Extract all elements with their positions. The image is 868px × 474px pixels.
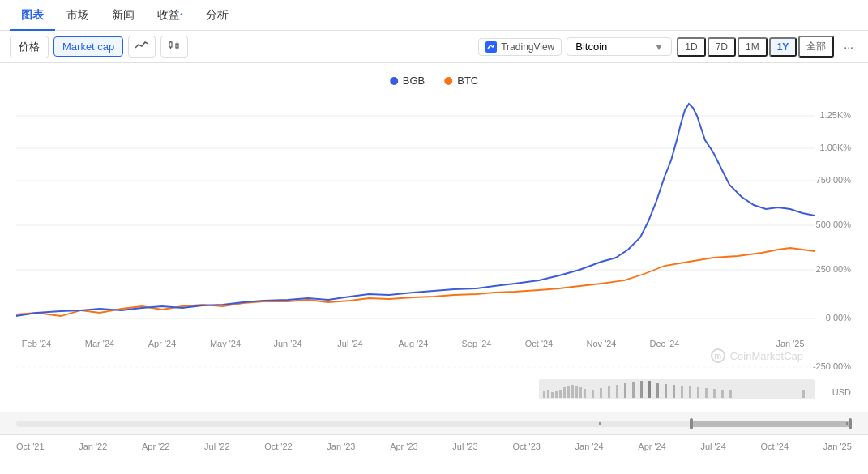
time-selector: 1D 7D 1M 1Y 全部	[677, 36, 834, 58]
svg-rect-53	[656, 383, 659, 398]
svg-text:Sep '24: Sep '24	[462, 339, 492, 348]
svg-rect-36	[551, 392, 554, 398]
svg-rect-0	[169, 42, 172, 47]
bottom-timeline: Oct '21 Jan '22 Apr '22 Jul '22 Oct '22 …	[0, 434, 868, 457]
time-all[interactable]: 全部	[798, 36, 834, 58]
scroll-track[interactable]	[16, 421, 852, 427]
svg-text:Jan '25: Jan '25	[776, 339, 804, 348]
svg-text:1.25K%: 1.25K%	[819, 110, 851, 120]
svg-text:Jul '24: Jul '24	[337, 339, 362, 348]
svg-rect-3	[176, 44, 178, 48]
line-chart-button[interactable]	[128, 36, 156, 58]
timeline-label-apr24: Apr '24	[638, 442, 666, 451]
coin-selector[interactable]: Bitcoin ▼	[567, 37, 672, 56]
svg-rect-63	[802, 390, 805, 398]
svg-rect-41	[571, 385, 574, 398]
svg-rect-48	[616, 385, 618, 398]
tradingview-icon	[485, 41, 497, 53]
nav-tab-chart[interactable]: 图表	[10, 0, 55, 31]
chart-area: BGB BTC 1.25K% 1.00K% 750.00% 500.00% 25…	[0, 63, 868, 412]
timeline-label-jan24: Jan '24	[575, 442, 604, 451]
tradingview-label: TradingView	[501, 41, 554, 53]
svg-text:Feb '24: Feb '24	[22, 339, 51, 348]
svg-rect-39	[563, 387, 566, 398]
svg-rect-52	[648, 381, 651, 398]
timeline-label-jul23: Jul '23	[452, 442, 477, 451]
svg-rect-51	[640, 381, 643, 398]
svg-rect-55	[673, 385, 675, 398]
svg-rect-60	[713, 389, 716, 398]
svg-text:1.00K%: 1.00K%	[819, 143, 851, 152]
svg-rect-45	[592, 390, 594, 398]
price-button[interactable]: 价格	[10, 36, 49, 58]
timeline-label-apr23: Apr '23	[390, 442, 418, 451]
tradingview-badge: TradingView	[478, 38, 562, 56]
svg-rect-38	[559, 390, 562, 398]
earnings-superscript: *	[180, 11, 183, 19]
svg-rect-54	[665, 384, 667, 398]
svg-rect-56	[681, 386, 683, 398]
time-7d[interactable]: 7D	[708, 37, 736, 57]
btc-line	[16, 248, 815, 316]
svg-rect-42	[575, 386, 578, 398]
watermark: m CoinMarketCap	[711, 348, 803, 363]
time-1y[interactable]: 1Y	[769, 37, 797, 57]
svg-text:-250.00%: -250.00%	[813, 361, 851, 371]
coin-label: Bitcoin	[575, 41, 607, 53]
nav-tab-market[interactable]: 市场	[55, 0, 100, 31]
svg-rect-59	[705, 388, 708, 398]
candle-chart-button[interactable]	[160, 36, 188, 58]
svg-rect-46	[600, 388, 602, 398]
svg-text:Oct '24: Oct '24	[525, 339, 554, 348]
svg-rect-44	[584, 389, 586, 398]
dropdown-arrow: ▼	[654, 42, 663, 52]
time-1m[interactable]: 1M	[738, 37, 768, 57]
svg-rect-47	[608, 386, 610, 398]
watermark-text: CoinMarketCap	[730, 350, 803, 362]
marketcap-button[interactable]: Market cap	[53, 36, 123, 57]
svg-text:May '24: May '24	[210, 339, 241, 348]
svg-rect-57	[689, 386, 691, 398]
watermark-icon: m	[711, 348, 725, 363]
svg-text:Mar '24: Mar '24	[85, 339, 114, 348]
nav-tab-earnings[interactable]: 收益*	[146, 0, 195, 31]
svg-rect-35	[547, 390, 549, 398]
timeline-label-oct24: Oct '24	[761, 442, 789, 451]
top-navigation: 图表 市场 新闻 收益* 分析	[0, 0, 868, 31]
timeline-label-jul24: Jul '24	[700, 442, 725, 451]
svg-text:750.00%: 750.00%	[816, 175, 852, 185]
svg-text:USD: USD	[832, 387, 851, 397]
svg-text:0.00%: 0.00%	[826, 313, 851, 322]
svg-rect-58	[697, 387, 699, 398]
svg-text:Apr '24: Apr '24	[148, 339, 177, 348]
svg-rect-62	[729, 390, 732, 398]
scroll-area[interactable]	[0, 412, 868, 434]
bgb-line	[16, 104, 815, 316]
svg-rect-43	[579, 387, 582, 398]
more-button[interactable]: ···	[839, 38, 858, 56]
svg-rect-40	[567, 386, 570, 398]
svg-text:Dec '24: Dec '24	[650, 339, 680, 348]
timeline-label-jul22: Jul '22	[204, 442, 229, 451]
svg-text:Nov '24: Nov '24	[587, 339, 617, 348]
svg-rect-37	[555, 391, 558, 398]
timeline-label-oct21: Oct '21	[16, 442, 45, 451]
svg-text:Jun '24: Jun '24	[273, 339, 301, 348]
svg-text:250.00%: 250.00%	[816, 264, 852, 274]
timeline-label-oct22: Oct '22	[264, 442, 293, 451]
svg-rect-61	[721, 390, 724, 398]
timeline-label-oct23: Oct '23	[512, 442, 541, 451]
svg-rect-49	[624, 383, 626, 398]
svg-text:Aug '24: Aug '24	[399, 339, 429, 348]
nav-tab-analysis[interactable]: 分析	[195, 0, 240, 31]
timeline-label-jan25: Jan '25	[823, 442, 852, 451]
nav-tab-news[interactable]: 新闻	[100, 0, 146, 31]
timeline-label-apr22: Apr '22	[142, 442, 170, 451]
svg-rect-34	[543, 391, 545, 398]
time-1d[interactable]: 1D	[677, 37, 705, 57]
chart-toolbar: 价格 Market cap TradingView Bitcoin ▼ 1D 7…	[0, 31, 868, 63]
svg-text:500.00%: 500.00%	[816, 220, 852, 229]
timeline-label-jan22: Jan '22	[79, 442, 107, 451]
svg-rect-50	[632, 382, 635, 398]
timeline-label-jan23: Jan '23	[327, 442, 355, 451]
